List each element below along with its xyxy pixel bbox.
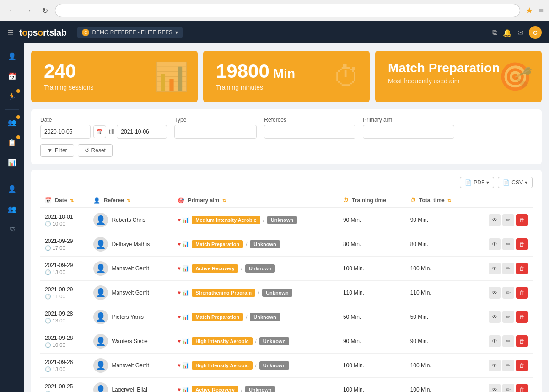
sidebar-item-calendar[interactable]: 📅 <box>2 67 22 86</box>
sidebar-item-stats[interactable]: 📊 <box>2 154 22 172</box>
total-time-cell: 100 Min. <box>406 257 470 281</box>
bookmark-star-icon[interactable]: ★ <box>526 5 533 16</box>
delete-button[interactable]: 🗑 <box>516 360 528 371</box>
date-to-input[interactable] <box>117 125 167 139</box>
view-button[interactable]: 👁 <box>489 384 501 392</box>
delete-button[interactable]: 🗑 <box>516 335 528 347</box>
refresh-button[interactable]: ↻ <box>38 4 51 17</box>
reports-badge <box>16 135 20 139</box>
type-filter-input[interactable] <box>174 125 257 139</box>
edit-button[interactable]: ✏ <box>502 384 514 392</box>
date-cell: 2021-09-25 🕐13:00 <box>40 378 89 392</box>
delete-button[interactable]: 🗑 <box>516 263 528 274</box>
col-total-time[interactable]: ⏱ Total time ⇅ <box>406 193 470 208</box>
heart-icon: ♥ <box>178 314 181 320</box>
chart-mini-icon: 📊 <box>182 217 189 223</box>
header-right: ⧉ 🔔 ✉ C <box>492 26 542 39</box>
aim-separator: / <box>246 242 247 247</box>
training-time-col-icon: ⏱ <box>343 197 349 204</box>
view-button[interactable]: 👁 <box>489 263 501 274</box>
referees-filter-input[interactable] <box>264 125 355 139</box>
back-button[interactable]: ← <box>5 4 18 17</box>
view-button[interactable]: 👁 <box>489 360 501 371</box>
total-time-cell: 110 Min. <box>406 281 470 305</box>
csv-export-button[interactable]: 📄 CSV ▾ <box>498 177 533 188</box>
date-separator: till <box>109 129 114 135</box>
edit-button[interactable]: ✏ <box>502 287 514 299</box>
view-button[interactable]: 👁 <box>489 335 501 347</box>
col-training-time[interactable]: ⏱ Training time <box>339 193 406 208</box>
table-row: 2021-09-26 🕐13:00 👤 Mansvelt Gerrit ♥ 📊 … <box>40 354 533 378</box>
secondary-aim-tag: Unknown <box>250 313 280 321</box>
pdf-export-button[interactable]: 📄 PDF ▾ <box>460 177 494 188</box>
external-link-icon[interactable]: ⧉ <box>492 28 497 37</box>
table-toolbar: 📄 PDF ▾ 📄 CSV ▾ <box>40 177 533 188</box>
mail-icon[interactable]: ✉ <box>517 28 523 37</box>
sidebar-item-scales[interactable]: ⚖ <box>2 220 22 238</box>
demo-badge[interactable]: C DEMO REFEREE - ELITE REFS ▾ <box>77 27 182 38</box>
view-button[interactable]: 👁 <box>489 238 501 250</box>
edit-button[interactable]: ✏ <box>502 238 514 250</box>
sidebar-item-training[interactable]: 🏃 <box>2 87 22 106</box>
table-row: 2021-09-29 🕐17:00 👤 Delhaye Mathis ♥ 📊 M… <box>40 232 533 257</box>
aim-icons: ♥ 📊 <box>178 387 189 392</box>
view-button[interactable]: 👁 <box>489 287 501 299</box>
heart-icon: ♥ <box>178 338 181 344</box>
table-head: 📅 Date ⇅ 👤 Referee ⇅ 🎯 Pr <box>40 193 533 208</box>
minutes-value: 19800 <box>216 60 269 82</box>
date-filter-label: Date <box>40 117 167 123</box>
sidebar-item-profile[interactable]: 👤 <box>2 47 22 65</box>
training-time-cell: 90 Min. <box>339 208 406 232</box>
aim-icons: ♥ 📊 <box>178 362 189 369</box>
training-badge <box>16 89 20 93</box>
sidebar-item-user[interactable]: 👤 <box>2 180 22 198</box>
delete-button[interactable]: 🗑 <box>516 384 528 392</box>
notification-icon[interactable]: 🔔 <box>503 28 512 37</box>
col-date[interactable]: 📅 Date ⇅ <box>40 193 89 208</box>
edit-button[interactable]: ✏ <box>502 335 514 347</box>
heart-icon: ♥ <box>178 387 181 392</box>
sidebar-item-users[interactable]: 👥 <box>2 200 22 218</box>
date-from-input[interactable] <box>40 125 91 139</box>
sidebar-separator-1 <box>5 109 19 110</box>
reset-button[interactable]: ↺ Reset <box>78 144 113 157</box>
pdf-btn-label: PDF <box>474 179 484 186</box>
edit-button[interactable]: ✏ <box>502 311 514 323</box>
delete-button[interactable]: 🗑 <box>516 287 528 299</box>
demo-label: DEMO REFEREE - ELITE REFS <box>92 29 172 36</box>
heart-icon: ♥ <box>178 290 181 296</box>
date-value: 2021-09-28 <box>45 311 84 317</box>
edit-button[interactable]: ✏ <box>502 263 514 274</box>
delete-button[interactable]: 🗑 <box>516 238 528 250</box>
chart-mini-icon: 📊 <box>182 265 189 272</box>
clock-icon: 🕐 <box>45 366 51 372</box>
delete-button[interactable]: 🗑 <box>516 311 528 323</box>
view-button[interactable]: 👁 <box>489 214 501 226</box>
referee-avatar: 👤 <box>93 334 108 349</box>
url-bar[interactable] <box>55 4 520 17</box>
hamburger-icon[interactable]: ☰ <box>7 28 14 37</box>
delete-button[interactable]: 🗑 <box>516 214 528 226</box>
col-referee[interactable]: 👤 Referee ⇅ <box>89 193 173 208</box>
user-avatar[interactable]: C <box>529 26 542 39</box>
sidebar-item-team[interactable]: 👥 <box>2 113 22 132</box>
edit-button[interactable]: ✏ <box>502 214 514 226</box>
referee-name: Mansvelt Gerrit <box>112 290 149 296</box>
view-button[interactable]: 👁 <box>489 311 501 323</box>
primary-aim-tag: Active Recovery <box>192 264 238 273</box>
col-primary-aim[interactable]: 🎯 Primary aim ⇅ <box>173 193 339 208</box>
edit-button[interactable]: ✏ <box>502 360 514 371</box>
reset-icon: ↺ <box>85 147 89 154</box>
browser-menu-icon[interactable]: ≡ <box>538 6 544 16</box>
total-time-cell: 80 Min. <box>406 232 470 257</box>
time-value: 🕐13:00 <box>45 391 84 392</box>
primary-aim-filter-input[interactable] <box>363 125 454 139</box>
referee-cell: 👤 Mansvelt Gerrit <box>89 354 173 378</box>
forward-button[interactable]: → <box>22 4 35 17</box>
filter-button[interactable]: ▼ Filter <box>40 144 74 157</box>
sidebar-item-reports[interactable]: 📋 <box>2 134 22 152</box>
primary-aim-filter-label: Primary aim <box>363 117 454 123</box>
referee-cell: 👤 Wauters Siebe <box>89 329 173 354</box>
date-calendar-icon[interactable]: 📅 <box>93 125 106 138</box>
heart-icon: ♥ <box>178 241 181 247</box>
